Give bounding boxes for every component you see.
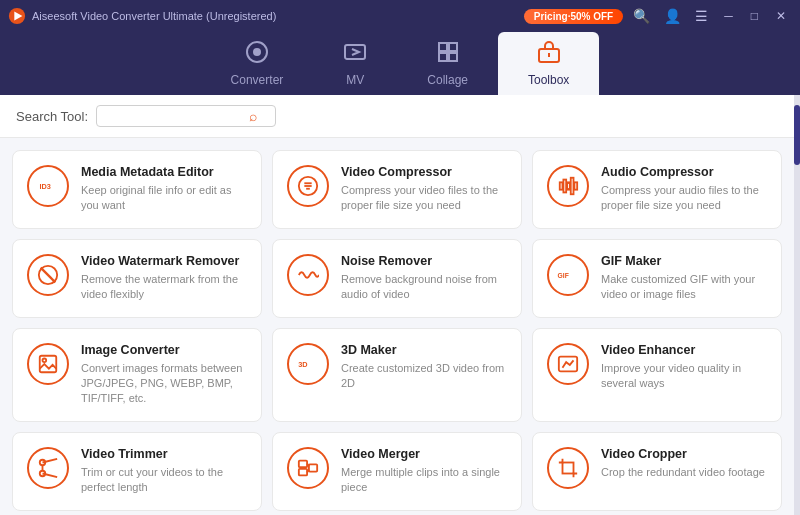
user-icon[interactable]: 👤 (660, 6, 685, 26)
video-cropper-desc: Crop the redundant video footage (601, 465, 767, 480)
app-logo-icon (8, 7, 26, 25)
svg-rect-33 (299, 460, 307, 466)
tool-card-image-converter[interactable]: Image Converter Convert images formats b… (12, 328, 262, 422)
video-watermark-remover-desc: Remove the watermark from the video flex… (81, 272, 247, 303)
video-compressor-desc: Compress your video files to the proper … (341, 183, 507, 214)
scrollbar-thumb[interactable] (794, 105, 800, 165)
tab-toolbox[interactable]: Toolbox (498, 32, 599, 95)
gif-maker-icon: GIF (547, 254, 589, 296)
video-cropper-info: Video Cropper Crop the redundant video f… (601, 447, 767, 480)
noise-remover-info: Noise Remover Remove background noise fr… (341, 254, 507, 303)
tool-card-video-trimmer[interactable]: Video Trimmer Trim or cut your videos to… (12, 432, 262, 511)
media-metadata-editor-icon: ID3 (27, 165, 69, 207)
video-watermark-remover-icon (27, 254, 69, 296)
audio-compressor-info: Audio Compressor Compress your audio fil… (601, 165, 767, 214)
svg-rect-38 (563, 462, 574, 473)
maximize-button[interactable]: □ (745, 7, 764, 25)
svg-text:GIF: GIF (558, 272, 569, 279)
mv-icon (343, 40, 367, 69)
title-bar-right: Pricing·50% OFF 🔍 👤 ☰ ─ □ ✕ (524, 6, 792, 26)
pricing-button[interactable]: Pricing·50% OFF (524, 9, 623, 24)
svg-rect-17 (563, 180, 566, 193)
title-bar-left: Aiseesoft Video Converter Ultimate (Unre… (8, 7, 276, 25)
title-bar: Aiseesoft Video Converter Ultimate (Unre… (0, 0, 800, 32)
svg-rect-20 (574, 182, 577, 189)
video-compressor-icon (287, 165, 329, 207)
svg-point-3 (253, 48, 261, 56)
video-trimmer-icon (27, 447, 69, 489)
scrollbar-track[interactable] (794, 95, 800, 515)
menu-icon[interactable]: ☰ (691, 6, 712, 26)
search-label: Search Tool: (16, 109, 88, 124)
collage-icon (436, 40, 460, 69)
toolbox-icon (537, 40, 561, 69)
search-input-wrap: ⌕ (96, 105, 276, 127)
tool-card-noise-remover[interactable]: Noise Remover Remove background noise fr… (272, 239, 522, 318)
search-icon[interactable]: 🔍 (629, 6, 654, 26)
tool-card-media-metadata-editor[interactable]: ID3 Media Metadata Editor Keep original … (12, 150, 262, 229)
noise-remover-desc: Remove background noise from audio of vi… (341, 272, 507, 303)
tab-collage[interactable]: Collage (397, 32, 498, 95)
tool-card-video-cropper[interactable]: Video Cropper Crop the redundant video f… (532, 432, 782, 511)
video-compressor-info: Video Compressor Compress your video fil… (341, 165, 507, 214)
svg-rect-8 (449, 53, 457, 61)
video-merger-icon (287, 447, 329, 489)
3d-maker-name: 3D Maker (341, 343, 507, 357)
tool-card-video-compressor[interactable]: Video Compressor Compress your video fil… (272, 150, 522, 229)
tool-card-video-watermark-remover[interactable]: Video Watermark Remover Remove the water… (12, 239, 262, 318)
video-merger-info: Video Merger Merge multiple clips into a… (341, 447, 507, 496)
main-content: Search Tool: ⌕ ID3 Media Metadata Editor… (0, 95, 800, 515)
gif-maker-desc: Make customized GIF with your video or i… (601, 272, 767, 303)
svg-line-22 (41, 267, 56, 282)
media-metadata-editor-desc: Keep original file info or edit as you w… (81, 183, 247, 214)
video-trimmer-desc: Trim or cut your videos to the perfect l… (81, 465, 247, 496)
svg-rect-7 (439, 53, 447, 61)
tool-card-audio-compressor[interactable]: Audio Compressor Compress your audio fil… (532, 150, 782, 229)
svg-text:3D: 3D (298, 360, 307, 369)
svg-rect-18 (567, 182, 570, 189)
svg-rect-6 (449, 43, 457, 51)
tab-mv[interactable]: MV (313, 32, 397, 95)
close-button[interactable]: ✕ (770, 7, 792, 25)
video-merger-desc: Merge multiple clips into a single piece (341, 465, 507, 496)
search-input[interactable] (105, 109, 245, 123)
svg-rect-19 (571, 178, 574, 195)
tab-mv-label: MV (346, 73, 364, 87)
audio-compressor-name: Audio Compressor (601, 165, 767, 179)
video-cropper-icon (547, 447, 589, 489)
tab-collage-label: Collage (427, 73, 468, 87)
video-enhancer-name: Video Enhancer (601, 343, 767, 357)
gif-maker-name: GIF Maker (601, 254, 767, 268)
video-cropper-name: Video Cropper (601, 447, 767, 461)
svg-rect-5 (439, 43, 447, 51)
image-converter-desc: Convert images formats between JPG/JPEG,… (81, 361, 247, 407)
tool-card-video-enhancer[interactable]: Video Enhancer Improve your video qualit… (532, 328, 782, 422)
svg-rect-24 (40, 355, 57, 372)
minimize-button[interactable]: ─ (718, 7, 739, 25)
3d-maker-icon: 3D (287, 343, 329, 385)
video-trimmer-name: Video Trimmer (81, 447, 247, 461)
tool-card-3d-maker[interactable]: 3D 3D Maker Create customized 3D video f… (272, 328, 522, 422)
video-watermark-remover-info: Video Watermark Remover Remove the water… (81, 254, 247, 303)
converter-icon (245, 40, 269, 69)
svg-rect-35 (309, 464, 317, 471)
audio-compressor-icon (547, 165, 589, 207)
video-merger-name: Video Merger (341, 447, 507, 461)
tab-converter[interactable]: Converter (201, 32, 314, 95)
tool-card-video-merger[interactable]: Video Merger Merge multiple clips into a… (272, 432, 522, 511)
svg-rect-16 (560, 182, 563, 189)
noise-remover-icon (287, 254, 329, 296)
image-converter-info: Image Converter Convert images formats b… (81, 343, 247, 407)
nav-tabs: Converter MV Collage (0, 32, 800, 95)
svg-rect-34 (299, 469, 307, 475)
search-bar: Search Tool: ⌕ (0, 95, 794, 138)
image-converter-name: Image Converter (81, 343, 247, 357)
tab-converter-label: Converter (231, 73, 284, 87)
media-metadata-editor-name: Media Metadata Editor (81, 165, 247, 179)
video-enhancer-desc: Improve your video quality in several wa… (601, 361, 767, 392)
video-enhancer-icon (547, 343, 589, 385)
3d-maker-desc: Create customized 3D video from 2D (341, 361, 507, 392)
svg-rect-4 (345, 45, 365, 59)
video-watermark-remover-name: Video Watermark Remover (81, 254, 247, 268)
tool-card-gif-maker[interactable]: GIF GIF Maker Make customized GIF with y… (532, 239, 782, 318)
